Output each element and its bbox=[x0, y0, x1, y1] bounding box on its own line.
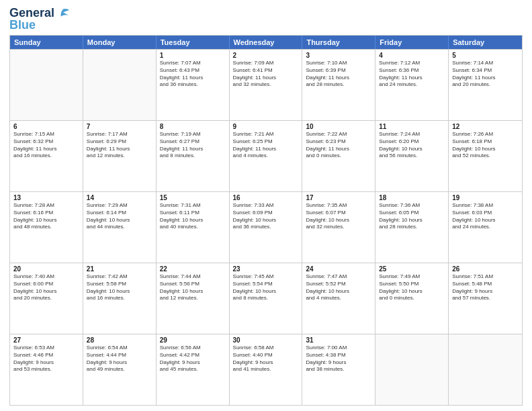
day-number: 16 bbox=[233, 194, 299, 201]
calendar-cell: 6Sunrise: 7:15 AM Sunset: 6:32 PM Daylig… bbox=[10, 121, 83, 191]
day-info: Sunrise: 7:17 AM Sunset: 6:29 PM Dayligh… bbox=[87, 131, 152, 160]
day-number: 17 bbox=[306, 194, 371, 201]
calendar-cell: 19Sunrise: 7:38 AM Sunset: 6:03 PM Dayli… bbox=[449, 192, 522, 263]
weekday-header-sunday: Sunday bbox=[10, 36, 83, 49]
calendar-cell: 17Sunrise: 7:35 AM Sunset: 6:07 PM Dayli… bbox=[302, 192, 375, 263]
calendar-cell: 16Sunrise: 7:33 AM Sunset: 6:09 PM Dayli… bbox=[230, 192, 303, 263]
day-number: 24 bbox=[306, 265, 371, 273]
weekday-header-friday: Friday bbox=[375, 36, 449, 49]
day-number: 30 bbox=[233, 336, 299, 344]
day-number: 20 bbox=[13, 265, 79, 273]
day-number: 23 bbox=[233, 265, 299, 273]
day-info: Sunrise: 7:14 AM Sunset: 6:34 PM Dayligh… bbox=[452, 60, 519, 89]
day-info: Sunrise: 7:31 AM Sunset: 6:11 PM Dayligh… bbox=[160, 202, 226, 231]
calendar-cell: 30Sunrise: 6:58 AM Sunset: 4:40 PM Dayli… bbox=[230, 334, 303, 405]
day-info: Sunrise: 7:09 AM Sunset: 6:41 PM Dayligh… bbox=[233, 60, 299, 89]
calendar-cell: 25Sunrise: 7:49 AM Sunset: 5:50 PM Dayli… bbox=[375, 263, 449, 334]
day-info: Sunrise: 7:10 AM Sunset: 6:39 PM Dayligh… bbox=[306, 60, 371, 89]
day-number: 9 bbox=[233, 123, 299, 130]
calendar-cell: 18Sunrise: 7:36 AM Sunset: 6:05 PM Dayli… bbox=[375, 192, 449, 263]
calendar-cell: 3Sunrise: 7:10 AM Sunset: 6:39 PM Daylig… bbox=[302, 50, 375, 120]
day-number: 27 bbox=[13, 336, 79, 344]
day-info: Sunrise: 7:12 AM Sunset: 6:36 PM Dayligh… bbox=[379, 60, 445, 89]
page-header: General Blue bbox=[9, 7, 523, 31]
calendar-cell: 26Sunrise: 7:51 AM Sunset: 5:48 PM Dayli… bbox=[449, 263, 522, 334]
day-info: Sunrise: 7:44 AM Sunset: 5:56 PM Dayligh… bbox=[160, 273, 226, 302]
logo-bird-icon bbox=[56, 8, 71, 17]
calendar-body: 1Sunrise: 7:07 AM Sunset: 6:43 PM Daylig… bbox=[10, 49, 522, 405]
calendar-cell: 2Sunrise: 7:09 AM Sunset: 6:41 PM Daylig… bbox=[230, 50, 303, 120]
weekday-header-tuesday: Tuesday bbox=[157, 36, 230, 49]
calendar-cell: 4Sunrise: 7:12 AM Sunset: 6:36 PM Daylig… bbox=[375, 50, 449, 120]
calendar-row-3: 13Sunrise: 7:28 AM Sunset: 6:16 PM Dayli… bbox=[10, 191, 522, 263]
day-info: Sunrise: 7:40 AM Sunset: 6:00 PM Dayligh… bbox=[13, 273, 79, 302]
calendar-row-2: 6Sunrise: 7:15 AM Sunset: 6:32 PM Daylig… bbox=[10, 120, 522, 191]
day-number: 13 bbox=[13, 194, 79, 201]
page-container: General Blue SundayMondayTuesdayWednesda… bbox=[0, 0, 532, 411]
calendar-cell: 13Sunrise: 7:28 AM Sunset: 6:16 PM Dayli… bbox=[10, 192, 83, 263]
day-info: Sunrise: 6:56 AM Sunset: 4:42 PM Dayligh… bbox=[160, 345, 226, 373]
day-info: Sunrise: 7:45 AM Sunset: 5:54 PM Dayligh… bbox=[233, 273, 299, 302]
day-info: Sunrise: 7:21 AM Sunset: 6:25 PM Dayligh… bbox=[233, 131, 299, 160]
weekday-header-wednesday: Wednesday bbox=[230, 36, 303, 49]
day-info: Sunrise: 7:26 AM Sunset: 6:18 PM Dayligh… bbox=[452, 131, 519, 160]
calendar-cell: 31Sunrise: 7:00 AM Sunset: 4:38 PM Dayli… bbox=[302, 334, 375, 405]
calendar-cell bbox=[83, 50, 157, 120]
day-number: 11 bbox=[379, 123, 445, 130]
day-number: 19 bbox=[452, 194, 519, 201]
calendar-cell: 8Sunrise: 7:19 AM Sunset: 6:27 PM Daylig… bbox=[157, 121, 230, 191]
calendar-cell: 12Sunrise: 7:26 AM Sunset: 6:18 PM Dayli… bbox=[449, 121, 522, 191]
day-number: 3 bbox=[306, 52, 371, 59]
calendar-cell: 14Sunrise: 7:29 AM Sunset: 6:14 PM Dayli… bbox=[83, 192, 157, 263]
calendar-cell: 24Sunrise: 7:47 AM Sunset: 5:52 PM Dayli… bbox=[302, 263, 375, 334]
calendar-cell: 15Sunrise: 7:31 AM Sunset: 6:11 PM Dayli… bbox=[157, 192, 230, 263]
day-info: Sunrise: 7:15 AM Sunset: 6:32 PM Dayligh… bbox=[13, 131, 79, 160]
calendar-cell: 20Sunrise: 7:40 AM Sunset: 6:00 PM Dayli… bbox=[10, 263, 83, 334]
day-number: 5 bbox=[452, 52, 519, 59]
calendar-cell bbox=[375, 334, 449, 405]
day-number: 12 bbox=[452, 123, 519, 130]
day-number: 7 bbox=[87, 123, 152, 130]
calendar-row-5: 27Sunrise: 6:53 AM Sunset: 4:46 PM Dayli… bbox=[10, 334, 522, 405]
day-number: 22 bbox=[160, 265, 226, 273]
day-number: 2 bbox=[233, 52, 299, 59]
calendar-cell: 29Sunrise: 6:56 AM Sunset: 4:42 PM Dayli… bbox=[157, 334, 230, 405]
day-number: 10 bbox=[306, 123, 371, 130]
day-number: 29 bbox=[160, 336, 226, 344]
calendar-cell: 7Sunrise: 7:17 AM Sunset: 6:29 PM Daylig… bbox=[83, 121, 157, 191]
day-info: Sunrise: 7:29 AM Sunset: 6:14 PM Dayligh… bbox=[87, 202, 152, 231]
day-info: Sunrise: 7:33 AM Sunset: 6:09 PM Dayligh… bbox=[233, 202, 299, 231]
day-info: Sunrise: 7:47 AM Sunset: 5:52 PM Dayligh… bbox=[306, 273, 371, 302]
calendar-cell: 27Sunrise: 6:53 AM Sunset: 4:46 PM Dayli… bbox=[10, 334, 83, 405]
logo-text-blue: Blue bbox=[9, 19, 36, 31]
logo-text-general: General bbox=[9, 7, 54, 19]
day-info: Sunrise: 7:42 AM Sunset: 5:58 PM Dayligh… bbox=[87, 273, 152, 302]
calendar-row-1: 1Sunrise: 7:07 AM Sunset: 6:43 PM Daylig… bbox=[10, 49, 522, 120]
calendar-cell bbox=[449, 334, 522, 405]
day-number: 15 bbox=[160, 194, 226, 201]
calendar-cell: 28Sunrise: 6:54 AM Sunset: 4:44 PM Dayli… bbox=[83, 334, 157, 405]
day-info: Sunrise: 7:22 AM Sunset: 6:23 PM Dayligh… bbox=[306, 131, 371, 160]
day-number: 25 bbox=[379, 265, 445, 273]
day-number: 28 bbox=[87, 336, 152, 344]
day-info: Sunrise: 7:35 AM Sunset: 6:07 PM Dayligh… bbox=[306, 202, 371, 231]
day-number: 31 bbox=[306, 336, 371, 344]
calendar-cell bbox=[10, 50, 83, 120]
day-number: 21 bbox=[87, 265, 152, 273]
day-info: Sunrise: 7:19 AM Sunset: 6:27 PM Dayligh… bbox=[160, 131, 226, 160]
day-info: Sunrise: 7:07 AM Sunset: 6:43 PM Dayligh… bbox=[160, 60, 226, 89]
day-number: 6 bbox=[13, 123, 79, 130]
day-number: 26 bbox=[452, 265, 519, 273]
calendar-cell: 21Sunrise: 7:42 AM Sunset: 5:58 PM Dayli… bbox=[83, 263, 157, 334]
calendar-cell: 23Sunrise: 7:45 AM Sunset: 5:54 PM Dayli… bbox=[230, 263, 303, 334]
calendar-header: SundayMondayTuesdayWednesdayThursdayFrid… bbox=[10, 36, 522, 49]
day-number: 14 bbox=[87, 194, 152, 201]
day-info: Sunrise: 7:00 AM Sunset: 4:38 PM Dayligh… bbox=[306, 345, 371, 373]
day-info: Sunrise: 6:53 AM Sunset: 4:46 PM Dayligh… bbox=[13, 345, 79, 373]
day-number: 18 bbox=[379, 194, 445, 201]
calendar: SundayMondayTuesdayWednesdayThursdayFrid… bbox=[9, 35, 523, 406]
calendar-cell: 11Sunrise: 7:24 AM Sunset: 6:20 PM Dayli… bbox=[375, 121, 449, 191]
day-info: Sunrise: 7:51 AM Sunset: 5:48 PM Dayligh… bbox=[452, 273, 519, 302]
weekday-header-saturday: Saturday bbox=[449, 36, 522, 49]
day-info: Sunrise: 7:36 AM Sunset: 6:05 PM Dayligh… bbox=[379, 202, 445, 231]
